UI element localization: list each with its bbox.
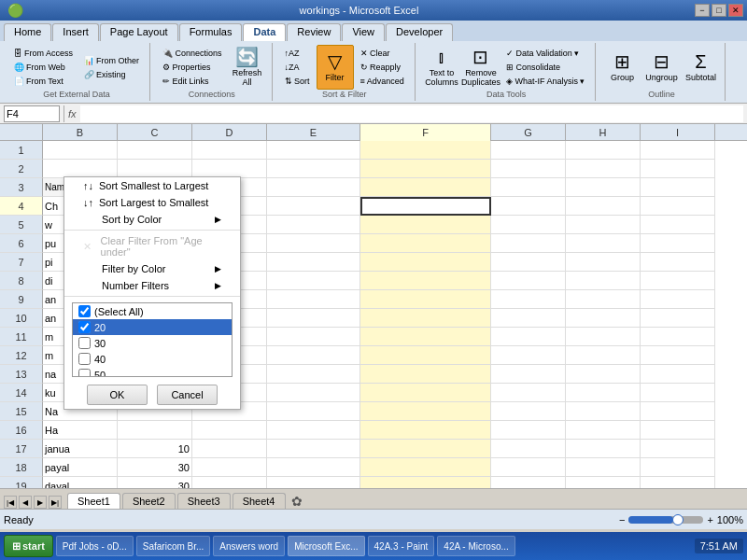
- cell-f4[interactable]: [360, 197, 491, 216]
- minimize-btn[interactable]: −: [695, 4, 710, 17]
- btn-reapply[interactable]: ↻ Reapply: [356, 61, 409, 74]
- cell-f8[interactable]: [360, 272, 491, 290]
- start-button[interactable]: ⊞ start: [4, 535, 53, 557]
- cell-g4[interactable]: [491, 197, 566, 216]
- name-box[interactable]: [4, 105, 60, 122]
- tab-scroll-first[interactable]: |◀: [4, 496, 17, 509]
- cell-e1[interactable]: [267, 141, 360, 160]
- cell-h15[interactable]: [566, 402, 641, 421]
- btn-clear[interactable]: ✕ Clear: [356, 47, 409, 60]
- cell-e18[interactable]: [267, 458, 360, 477]
- cell-f17[interactable]: [360, 440, 491, 458]
- btn-refresh-all[interactable]: 🔄 Refresh All: [229, 45, 266, 90]
- btn-text-to-columns[interactable]: ⫾ Text to Columns: [423, 45, 460, 90]
- cell-f13[interactable]: [360, 365, 491, 384]
- cell-g12[interactable]: [491, 346, 566, 365]
- taskbar-item-excel[interactable]: Microsoft Exc...: [288, 536, 364, 556]
- cell-h6[interactable]: [566, 234, 641, 253]
- cell-i4[interactable]: [641, 197, 715, 216]
- cell-e16[interactable]: [267, 421, 360, 440]
- btn-filter[interactable]: ▽ Filter: [317, 45, 354, 90]
- cell-d16[interactable]: [192, 421, 267, 440]
- cell-e11[interactable]: [267, 328, 360, 346]
- cell-f19[interactable]: [360, 477, 491, 488]
- tab-sheet2[interactable]: Sheet2: [122, 493, 176, 509]
- btn-from-other-sources[interactable]: 📊 From Other: [79, 54, 144, 67]
- cell-i5[interactable]: [641, 216, 715, 234]
- btn-properties[interactable]: ⚙ Properties: [158, 61, 227, 74]
- filter-item-30[interactable]: 30: [73, 335, 232, 351]
- cell-e13[interactable]: [267, 365, 360, 384]
- cell-b2[interactable]: [43, 160, 118, 178]
- cell-g16[interactable]: [491, 421, 566, 440]
- tab-developer[interactable]: Developer: [386, 23, 453, 41]
- btn-existing-connections[interactable]: 🔗 Existing: [79, 68, 144, 81]
- taskbar-item-2[interactable]: Safaricom Br...: [136, 536, 211, 556]
- cell-c19[interactable]: 30: [118, 477, 192, 488]
- cell-h3[interactable]: [566, 178, 641, 197]
- btn-advanced[interactable]: ≡ Advanced: [356, 75, 409, 88]
- taskbar-item-1[interactable]: Pdf Jobs - oD...: [56, 536, 134, 556]
- tab-scroll-last[interactable]: ▶|: [49, 496, 62, 509]
- cell-h13[interactable]: [566, 365, 641, 384]
- cell-g14[interactable]: [491, 384, 566, 402]
- cell-f7[interactable]: [360, 253, 491, 272]
- tab-scroll-next[interactable]: ▶: [34, 496, 47, 509]
- cell-f1[interactable]: [360, 141, 491, 160]
- cell-i1[interactable]: [641, 141, 715, 160]
- cell-b17[interactable]: janua: [43, 440, 118, 458]
- cell-h14[interactable]: [566, 384, 641, 402]
- cell-d19[interactable]: [192, 477, 267, 488]
- cell-b18[interactable]: payal: [43, 458, 118, 477]
- tab-view[interactable]: View: [342, 23, 385, 41]
- cell-i12[interactable]: [641, 346, 715, 365]
- btn-sort-za[interactable]: ↓ZA: [280, 61, 315, 74]
- checkbox-30[interactable]: [78, 337, 91, 349]
- cell-g19[interactable]: [491, 477, 566, 488]
- checkbox-select-all[interactable]: [78, 305, 91, 317]
- checkbox-20[interactable]: [78, 321, 91, 333]
- cell-g10[interactable]: [491, 309, 566, 328]
- tab-home[interactable]: Home: [4, 23, 51, 41]
- cell-i6[interactable]: [641, 234, 715, 253]
- cell-c1[interactable]: [118, 141, 192, 160]
- cell-i13[interactable]: [641, 365, 715, 384]
- cell-b19[interactable]: dayal: [43, 477, 118, 488]
- tab-insert[interactable]: Insert: [52, 23, 99, 41]
- cell-g5[interactable]: [491, 216, 566, 234]
- sort-by-color[interactable]: Sort by Color ▶: [64, 211, 240, 228]
- cell-h17[interactable]: [566, 440, 641, 458]
- cell-h1[interactable]: [566, 141, 641, 160]
- cell-h16[interactable]: [566, 421, 641, 440]
- cell-g15[interactable]: [491, 402, 566, 421]
- cell-i11[interactable]: [641, 328, 715, 346]
- tab-formulas[interactable]: Formulas: [179, 23, 243, 41]
- cell-b16[interactable]: Ha: [43, 421, 118, 440]
- cell-i9[interactable]: [641, 290, 715, 309]
- filter-cancel-btn[interactable]: Cancel: [157, 385, 218, 405]
- filter-ok-btn[interactable]: OK: [87, 385, 148, 405]
- cell-e19[interactable]: [267, 477, 360, 488]
- filter-item-50[interactable]: 50: [73, 367, 232, 377]
- cell-f16[interactable]: [360, 421, 491, 440]
- cell-e17[interactable]: [267, 440, 360, 458]
- cell-h4[interactable]: [566, 197, 641, 216]
- cell-e14[interactable]: [267, 384, 360, 402]
- checkbox-40[interactable]: [78, 353, 91, 365]
- cell-f9[interactable]: [360, 290, 491, 309]
- cell-f18[interactable]: [360, 458, 491, 477]
- cell-g1[interactable]: [491, 141, 566, 160]
- btn-sort[interactable]: ⇅ Sort: [280, 75, 315, 88]
- cell-g11[interactable]: [491, 328, 566, 346]
- cell-e12[interactable]: [267, 346, 360, 365]
- tab-scroll-prev[interactable]: ◀: [19, 496, 32, 509]
- sort-largest-to-smallest[interactable]: ↓↑ Sort Largest to Smallest: [64, 194, 240, 211]
- cell-g18[interactable]: [491, 458, 566, 477]
- cell-i18[interactable]: [641, 458, 715, 477]
- cell-g8[interactable]: [491, 272, 566, 290]
- formula-input[interactable]: [80, 105, 743, 122]
- cell-h9[interactable]: [566, 290, 641, 309]
- cell-c16[interactable]: [118, 421, 192, 440]
- cell-i2[interactable]: [641, 160, 715, 178]
- sort-smallest-to-largest[interactable]: ↑↓ Sort Smallest to Largest: [64, 177, 240, 194]
